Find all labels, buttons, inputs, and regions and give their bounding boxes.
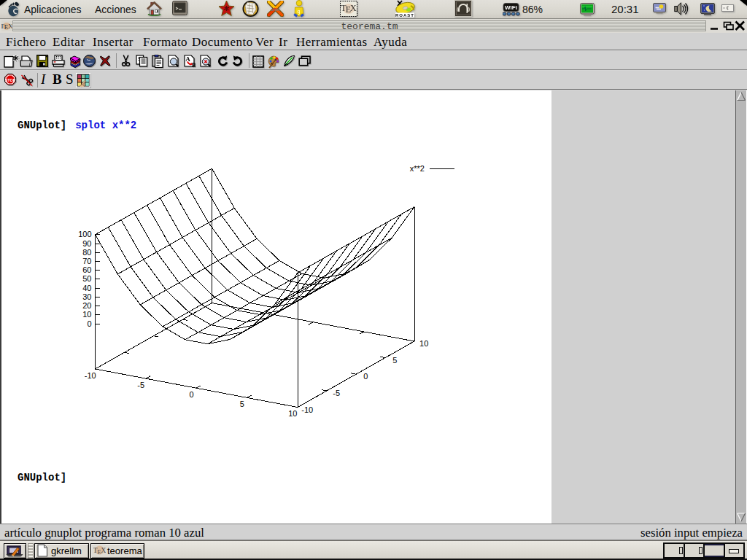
svg-text:30: 30 (82, 292, 91, 301)
svg-text:-10: -10 (301, 405, 313, 414)
svg-text:TEX: TEX (93, 546, 106, 556)
svg-text:5: 5 (392, 356, 397, 365)
svg-text:0: 0 (87, 319, 91, 328)
svg-text:0: 0 (189, 390, 193, 399)
svg-text:10: 10 (288, 409, 297, 418)
svg-text:-5: -5 (333, 389, 340, 397)
svg-text:60: 60 (82, 265, 91, 274)
svg-text:70: 70 (82, 257, 91, 265)
svg-text:-10: -10 (85, 371, 96, 380)
svg-text:80: 80 (82, 248, 91, 257)
svg-text:90: 90 (82, 239, 91, 248)
svg-text:10: 10 (419, 339, 428, 348)
svg-text:40: 40 (82, 284, 91, 292)
svg-text:100: 100 (78, 230, 91, 238)
svg-text:x**2: x**2 (410, 164, 425, 173)
svg-text:20: 20 (82, 301, 91, 310)
svg-text:5: 5 (240, 400, 244, 408)
svg-text:50: 50 (82, 274, 91, 283)
svg-text:10: 10 (82, 310, 91, 319)
svg-text:0: 0 (363, 372, 368, 381)
svg-text:-5: -5 (137, 381, 144, 389)
